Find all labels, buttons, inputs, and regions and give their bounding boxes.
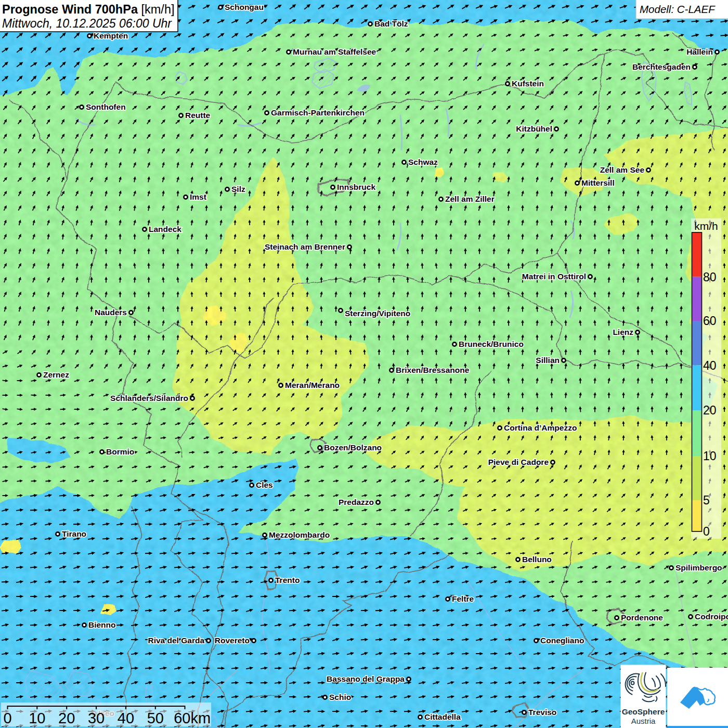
svg-text:Predazzo: Predazzo (339, 498, 374, 506)
svg-text:Codroipo: Codroipo (695, 612, 728, 621)
svg-text:20: 20 (58, 710, 75, 726)
svg-text:Sillian: Sillian (536, 356, 560, 365)
svg-text:Schongau: Schongau (225, 3, 264, 11)
svg-text:Cittadella: Cittadella (424, 712, 461, 721)
svg-text:50: 50 (147, 710, 164, 726)
svg-text:Prognose Wind 700hPa [km/h]: Prognose Wind 700hPa [km/h] (2, 3, 174, 16)
svg-text:Pieve di Cadore: Pieve di Cadore (488, 458, 549, 466)
svg-text:Schlanders/Silandro: Schlanders/Silandro (110, 394, 188, 402)
svg-text:Zell am See: Zell am See (600, 165, 645, 174)
svg-text:Bormio: Bormio (106, 447, 134, 456)
svg-text:Nauders: Nauders (95, 308, 127, 317)
svg-text:Cles: Cles (256, 480, 273, 489)
svg-text:Meran/Merano: Meran/Merano (285, 381, 340, 389)
svg-text:Reutte: Reutte (185, 111, 211, 120)
svg-text:Sonthofen: Sonthofen (86, 102, 126, 111)
svg-text:Belluno: Belluno (522, 555, 552, 564)
svg-text:Riva del Garda: Riva del Garda (148, 636, 204, 645)
svg-text:km/h: km/h (694, 220, 718, 232)
svg-text:40: 40 (118, 710, 134, 726)
svg-text:Zell am Ziller: Zell am Ziller (445, 194, 495, 203)
svg-text:Kempten: Kempten (94, 31, 128, 40)
svg-text:Austria: Austria (631, 717, 656, 725)
svg-text:Trento: Trento (275, 576, 300, 584)
svg-text:Spilimbergo: Spilimbergo (675, 563, 722, 572)
svg-text:Pordenone: Pordenone (621, 613, 663, 622)
svg-text:Schwaz: Schwaz (408, 158, 438, 166)
svg-text:10: 10 (29, 710, 45, 726)
svg-text:Cortina d’Ampezzo: Cortina d’Ampezzo (504, 423, 577, 432)
svg-text:Innsbruck: Innsbruck (337, 183, 375, 191)
svg-text:Bad Tölz: Bad Tölz (374, 19, 408, 28)
svg-text:Hallein: Hallein (686, 47, 713, 56)
svg-text:Rovereto: Rovereto (215, 636, 250, 645)
svg-text:Mittersill: Mittersill (581, 178, 615, 187)
svg-text:Bozen/Bolzano: Bozen/Bolzano (324, 443, 382, 452)
svg-text:Garmisch-Partenkirchen: Garmisch-Partenkirchen (271, 108, 365, 117)
svg-text:Feltre: Feltre (452, 594, 474, 603)
svg-text:20: 20 (703, 404, 717, 417)
svg-text:GeoSphere: GeoSphere (622, 707, 665, 716)
svg-text:Mezzolombardo: Mezzolombardo (269, 530, 330, 539)
svg-text:60: 60 (703, 314, 717, 328)
svg-text:Steinach am Brenner: Steinach am Brenner (265, 242, 345, 251)
svg-text:Treviso: Treviso (528, 708, 556, 717)
svg-text:60km: 60km (174, 710, 211, 726)
svg-text:Landeck: Landeck (149, 225, 181, 233)
svg-text:Bienno: Bienno (88, 620, 116, 629)
svg-text:Tirano: Tirano (62, 529, 86, 538)
svg-text:Bruneck/Brunico: Bruneck/Brunico (459, 340, 524, 348)
svg-text:Kitzbühel: Kitzbühel (516, 124, 552, 133)
svg-text:Kufstein: Kufstein (512, 79, 544, 88)
svg-text:0: 0 (3, 710, 11, 726)
svg-text:0: 0 (703, 525, 710, 538)
svg-text:80: 80 (703, 270, 717, 284)
svg-text:Matrei in Osttirol: Matrei in Osttirol (522, 272, 586, 281)
svg-text:Mittwoch, 10.12.2025 06:00 Uhr: Mittwoch, 10.12.2025 06:00 Uhr (2, 17, 172, 30)
svg-text:Sterzing/Vipiteno: Sterzing/Vipiteno (345, 309, 410, 318)
svg-text:Imst: Imst (190, 192, 206, 201)
svg-text:30: 30 (88, 710, 105, 726)
svg-text:Modell: C-LAEF: Modell: C-LAEF (640, 3, 716, 15)
svg-text:40: 40 (703, 359, 717, 372)
svg-text:Bassano del Grappa: Bassano del Grappa (327, 674, 405, 683)
svg-text:Brixen/Bressanone: Brixen/Bressanone (396, 366, 470, 374)
svg-text:Silz: Silz (231, 185, 245, 193)
svg-text:Murnau am Staffelsee: Murnau am Staffelsee (293, 47, 376, 56)
svg-text:Zernez: Zernez (43, 370, 69, 379)
svg-text:Lienz: Lienz (613, 328, 633, 336)
svg-text:10: 10 (703, 449, 717, 463)
svg-text:5: 5 (703, 493, 710, 507)
svg-text:Schio: Schio (329, 693, 351, 701)
svg-text:Conegliano: Conegliano (540, 636, 584, 645)
svg-text:Berchtesgaden: Berchtesgaden (632, 62, 691, 71)
